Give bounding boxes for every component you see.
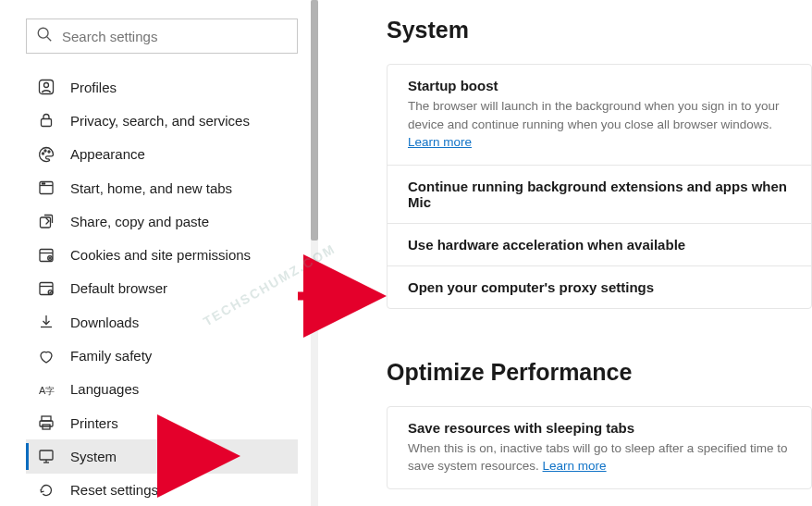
card-subtitle: The browser will launch in the backgroun… [408, 97, 791, 152]
sidebar-item-system[interactable]: System [26, 439, 298, 473]
svg-point-6 [44, 150, 46, 152]
svg-point-11 [43, 183, 44, 184]
start-icon [37, 179, 55, 197]
card-startup-boost[interactable]: Startup boost The browser will launch in… [388, 65, 811, 165]
sidebar-item-label: Privacy, search, and services [70, 113, 250, 129]
sidebar-item-label: Profiles [70, 80, 117, 95]
printer-icon [37, 413, 55, 432]
search-box[interactable] [26, 19, 298, 54]
svg-rect-24 [40, 421, 53, 426]
sidebar-item-label: Downloads [70, 315, 139, 330]
svg-point-0 [38, 28, 48, 38]
sidebar-item-share[interactable]: Share, copy and paste [26, 204, 298, 238]
svg-line-1 [47, 37, 51, 41]
svg-point-10 [42, 183, 43, 184]
svg-rect-23 [42, 416, 51, 421]
card-title: Continue running background extensions a… [408, 179, 791, 210]
card-title: Startup boost [408, 78, 791, 93]
svg-rect-26 [40, 450, 53, 460]
sidebar-item-label: Languages [70, 381, 139, 397]
svg-point-5 [43, 153, 44, 154]
sidebar-scrollbar-thumb[interactable] [311, 0, 318, 241]
section-title-optimize: Optimize Performance [387, 359, 812, 386]
svg-rect-4 [42, 119, 52, 127]
sidebar-item-default-browser[interactable]: Default browser [26, 272, 298, 305]
sidebar-item-label: Appearance [70, 146, 145, 162]
search-input[interactable] [62, 29, 288, 44]
sidebar-item-printers[interactable]: Printers [26, 406, 298, 439]
main-content: System Startup boost The browser will la… [318, 0, 812, 506]
sidebar-item-reset[interactable]: Reset settings [26, 474, 298, 506]
sidebar-item-label: Default browser [70, 280, 167, 296]
settings-nav: Profiles Privacy, search, and services A… [26, 70, 298, 506]
card-desc-text: The browser will launch in the backgroun… [408, 99, 779, 131]
section-title-system: System [387, 17, 812, 43]
download-icon [37, 313, 55, 331]
reset-icon [37, 481, 55, 500]
sidebar-item-privacy[interactable]: Privacy, search, and services [26, 104, 298, 137]
svg-text:字: 字 [45, 386, 55, 396]
sidebar-item-family[interactable]: Family safety [26, 339, 298, 372]
card-title: Open your computer's proxy settings [408, 279, 791, 295]
card-subtitle: When this is on, inactive tabs will go t… [408, 439, 791, 475]
profiles-icon [37, 78, 55, 96]
sidebar-item-label: System [70, 449, 117, 464]
optimize-card-group: Save resources with sleeping tabs When t… [387, 406, 812, 489]
sidebar-item-label: Start, home, and new tabs [70, 180, 232, 196]
learn-more-link[interactable]: Learn more [543, 459, 607, 473]
cookies-icon [37, 246, 55, 265]
system-card-group: Startup boost The browser will launch in… [387, 64, 812, 309]
card-hardware-acceleration[interactable]: Use hardware acceleration when available [388, 223, 811, 265]
sidebar-item-start[interactable]: Start, home, and new tabs [26, 171, 298, 204]
card-title: Save resources with sleeping tabs [408, 420, 791, 436]
sidebar-item-label: Cookies and site permissions [70, 247, 251, 263]
svg-point-3 [44, 83, 49, 88]
sidebar-item-cookies[interactable]: Cookies and site permissions [26, 238, 298, 271]
sidebar-item-label: Reset settings [70, 482, 158, 498]
card-proxy-settings[interactable]: Open your computer's proxy settings [388, 265, 811, 308]
sidebar-item-label: Share, copy and paste [70, 214, 209, 229]
settings-sidebar: Profiles Privacy, search, and services A… [0, 0, 318, 506]
svg-rect-12 [41, 217, 51, 228]
lock-icon [37, 111, 55, 130]
card-sleeping-tabs[interactable]: Save resources with sleeping tabs When t… [388, 407, 811, 488]
sidebar-item-languages[interactable]: A字 Languages [26, 373, 298, 406]
share-icon [37, 212, 55, 230]
learn-more-link[interactable]: Learn more [408, 135, 472, 149]
languages-icon: A字 [37, 380, 55, 399]
search-icon [36, 26, 53, 46]
card-background-extensions[interactable]: Continue running background extensions a… [388, 165, 811, 223]
sidebar-item-label: Printers [70, 415, 118, 431]
system-icon [37, 447, 55, 465]
sidebar-item-downloads[interactable]: Downloads [26, 305, 298, 339]
family-icon [37, 347, 55, 365]
palette-icon [37, 145, 55, 164]
card-title: Use hardware acceleration when available [408, 237, 791, 253]
sidebar-item-appearance[interactable]: Appearance [26, 138, 298, 171]
sidebar-item-label: Family safety [70, 348, 152, 364]
sidebar-item-profiles[interactable]: Profiles [26, 70, 298, 104]
svg-point-7 [48, 151, 50, 153]
default-browser-icon [37, 279, 55, 298]
